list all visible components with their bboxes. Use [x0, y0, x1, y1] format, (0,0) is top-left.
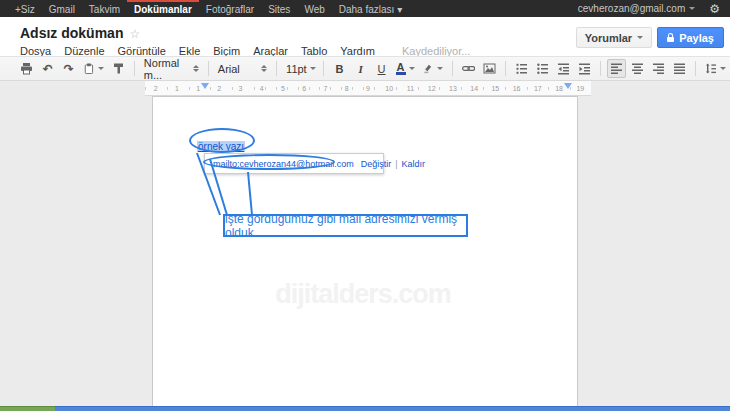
print-button[interactable]: [17, 59, 36, 78]
text-color-button[interactable]: A: [393, 59, 417, 78]
title-row: Adsız doküman ☆: [20, 25, 140, 41]
undo-button[interactable]: ↶: [38, 59, 57, 78]
styles-dropdown[interactable]: Normal m...: [140, 59, 203, 78]
align-left-button[interactable]: [607, 59, 626, 78]
underline-button[interactable]: U: [372, 59, 391, 78]
ruler-number: 13: [442, 81, 463, 96]
toolbar-separator: [600, 61, 601, 76]
font-dropdown[interactable]: Arial: [214, 59, 271, 78]
comments-label: Yorumlar: [585, 32, 632, 44]
font-size-dropdown[interactable]: 11pt: [282, 59, 318, 78]
topbar-nav-item[interactable]: Web: [297, 0, 331, 17]
align-left-icon: [610, 62, 623, 75]
web-clipboard-button[interactable]: [80, 59, 107, 78]
document-hyperlink[interactable]: örnek yazı: [197, 141, 245, 152]
right-margin-marker[interactable]: [564, 83, 572, 89]
chevron-down-icon: [437, 67, 443, 70]
bold-button[interactable]: B: [330, 59, 349, 78]
document-title[interactable]: Adsız doküman: [20, 25, 123, 41]
paint-format-button[interactable]: [109, 59, 128, 78]
ruler-number: 11: [400, 81, 421, 96]
toolbar-separator: [323, 61, 324, 76]
document-page[interactable]: örnek yazı mailto:cevherozan44@hotmail.c…: [152, 96, 578, 406]
link-popup-actions: Değiştir | Kaldır: [361, 159, 425, 169]
topbar-nav-item[interactable]: Fotoğraflar: [199, 0, 261, 17]
ruler-number: 1: [166, 81, 187, 96]
italic-button[interactable]: I: [351, 59, 370, 78]
ruler-number: 5: [272, 81, 293, 96]
ruler-number: 10: [379, 81, 400, 96]
align-justify-icon: [673, 62, 686, 75]
link-popup-url[interactable]: mailto:cevherozan44@hotmail.com: [213, 159, 354, 169]
chevron-down-icon: [409, 67, 415, 70]
header-buttons: Yorumlar Paylaş: [576, 27, 724, 48]
highlight-icon: [422, 62, 434, 75]
chevron-down-icon: [720, 67, 726, 70]
ruler-number: 8: [336, 81, 357, 96]
ruler[interactable]: 2112345678910111213141516171819: [145, 81, 591, 96]
align-right-icon: [652, 62, 665, 75]
print-icon: [20, 62, 33, 75]
document-canvas: örnek yazı mailto:cevherozan44@hotmail.c…: [0, 96, 730, 406]
outdent-icon: [557, 62, 570, 75]
star-icon[interactable]: ☆: [129, 27, 140, 41]
left-margin-marker[interactable]: [201, 83, 209, 89]
ruler-number: 9: [357, 81, 378, 96]
account-menu[interactable]: cevherozan@gmail.com: [570, 3, 703, 14]
account-email: cevherozan@gmail.com: [578, 3, 685, 14]
ruler-number: 7: [315, 81, 336, 96]
toolbar-separator: [134, 61, 135, 76]
topbar-nav: +SizGmailTakvimDokümanlarFotoğraflarSite…: [0, 0, 409, 17]
topbar-nav-item[interactable]: Gmail: [42, 0, 82, 17]
ruler-number: 15: [485, 81, 506, 96]
toolbar: ↶ ↷ Normal m... Arial 11pt: [0, 56, 730, 81]
link-popup: mailto:cevherozan44@hotmail.com Değiştir…: [204, 153, 384, 174]
highlight-color-button[interactable]: [419, 59, 446, 78]
popup-divider: |: [395, 159, 397, 169]
bottom-bar: [0, 406, 730, 411]
bottom-bar-green-segment: [0, 406, 55, 411]
ruler-number: 19: [570, 81, 591, 96]
remove-link-button[interactable]: Kaldır: [402, 159, 426, 169]
google-topbar: +SizGmailTakvimDokümanlarFotoğraflarSite…: [0, 0, 730, 17]
gear-icon[interactable]: ⚙: [703, 2, 726, 16]
align-right-button[interactable]: [649, 59, 668, 78]
link-icon: [462, 62, 475, 75]
topbar-nav-item[interactable]: Dokümanlar: [127, 0, 199, 17]
ruler-number: 2: [145, 81, 166, 96]
redo-button[interactable]: ↷: [59, 59, 78, 78]
line-spacing-button[interactable]: [702, 59, 729, 78]
toolbar-separator: [695, 61, 696, 76]
bullet-list-icon: [536, 62, 549, 75]
decrease-indent-button[interactable]: [554, 59, 573, 78]
topbar-nav-item[interactable]: Daha fazlası ▾: [332, 0, 409, 17]
insert-image-button[interactable]: [480, 59, 499, 78]
updown-icon: [261, 65, 267, 72]
image-icon: [483, 62, 496, 75]
topbar-nav-item[interactable]: +Siz: [8, 0, 42, 17]
ruler-number: 12: [421, 81, 442, 96]
numbered-list-button[interactable]: [512, 59, 531, 78]
ruler-row: 2112345678910111213141516171819: [0, 81, 730, 96]
ruler-number: 3: [230, 81, 251, 96]
paint-format-icon: [112, 62, 125, 75]
topbar-nav-item[interactable]: Sites: [261, 0, 297, 17]
align-justify-button[interactable]: [670, 59, 689, 78]
line-spacing-icon: [705, 62, 717, 75]
topbar-nav-item[interactable]: Takvim: [82, 0, 127, 17]
comments-button[interactable]: Yorumlar: [576, 27, 652, 48]
ruler-number: 16: [506, 81, 527, 96]
updown-icon: [193, 65, 199, 72]
ruler-number: 14: [464, 81, 485, 96]
insert-link-button[interactable]: [459, 59, 478, 78]
change-link-button[interactable]: Değiştir: [361, 159, 392, 169]
bullet-list-button[interactable]: [533, 59, 552, 78]
topbar-account-area: cevherozan@gmail.com ⚙: [570, 0, 730, 17]
ruler-number: 17: [527, 81, 548, 96]
ruler-number: 6: [294, 81, 315, 96]
share-button[interactable]: Paylaş: [657, 27, 724, 48]
align-center-button[interactable]: [628, 59, 647, 78]
numbered-list-icon: [515, 62, 528, 75]
increase-indent-button[interactable]: [575, 59, 594, 78]
share-label: Paylaş: [679, 32, 714, 44]
